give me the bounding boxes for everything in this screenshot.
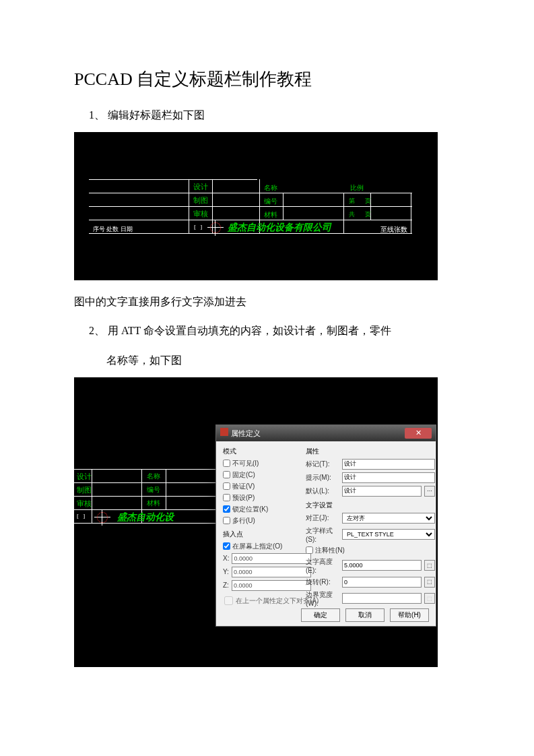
preset-checkbox[interactable] [223,494,230,501]
shenhe-label-2: 审核 [77,499,92,509]
mingcheng-label: 名称 [264,183,277,193]
tag-label: 标记(T): [306,460,339,469]
just-select[interactable]: 左对齐 [342,513,435,524]
rot-input[interactable] [342,577,422,588]
bili-label: 比例 [350,183,364,193]
y-label: Y: [223,568,229,575]
zhitu-label-2: 制图 [77,485,92,495]
ye2-label: 页 [365,210,371,219]
rot-label: 旋转(R): [306,577,339,587]
insert-group-label: 插入点 [223,530,300,539]
gong-label: 共 [349,210,355,219]
verify-label: 验证(V) [232,482,255,491]
align-prev-label: 在上一个属性定义下对齐(A) [236,596,319,606]
bwidth-pick-button: ⬚ [424,593,435,604]
prompt-input[interactable] [342,472,435,483]
annotative-checkbox[interactable] [306,546,313,554]
rot-pick-button[interactable]: ⬚ [424,577,435,588]
help-button[interactable]: 帮助(H) [390,608,429,622]
x-label: X: [223,555,229,562]
default-pick-button[interactable]: ⋯ [424,486,435,497]
mode-group-label: 模式 [223,447,300,456]
right-text: 至线张数 [380,225,407,234]
sheji-label-2: 设计 [77,472,92,482]
style-select[interactable]: PL_TEXT STYLE [342,529,435,540]
bracket-icon-2: [ ] [77,513,86,519]
onscreen-label: 在屏幕上指定(O) [232,542,282,551]
xuhao-labels: 序号 处数 日期 [93,225,133,234]
fixed-checkbox[interactable] [223,471,230,478]
origin-circle-icon-2 [97,512,108,523]
z-label: Z: [223,581,229,589]
company-name-1: 盛杰自动化设备有限公司 [228,222,331,234]
onscreen-checkbox[interactable] [223,542,230,550]
dialog-title-text: 属性定义 [231,429,261,437]
cancel-button[interactable]: 取消 [345,608,385,622]
cailiao-label: 材料 [264,210,277,220]
cad-screenshot-2: 设计 制图 审核 名称 编号 材料 盛杰自动化设 [ ] 属性定义 ✕ 模式 不… [74,377,438,667]
x-input[interactable] [232,553,311,564]
page-title: PCCAD 自定义标题栏制作教程 [74,67,460,91]
ye-label: 页 [365,197,371,206]
zhitu-label: 制图 [193,195,208,206]
attribute-definition-dialog: 属性定义 ✕ 模式 不可见(I) 固定(C) 验证(V) 预设(P) 锁定位置(… [215,424,436,627]
height-pick-button[interactable]: ⬚ [424,560,435,571]
attr-group-label: 属性 [306,447,435,456]
step-2-text-b: 名称等，如下图 [106,348,460,372]
bwidth-input[interactable] [342,593,422,604]
shenhe-label: 审核 [193,209,208,219]
cailiao-label-2: 材料 [147,499,160,508]
sheji-label: 设计 [193,182,208,192]
fixed-label: 固定(C) [232,470,255,480]
bianhao-label-2: 编号 [147,485,160,495]
height-input[interactable] [342,560,422,571]
default-input[interactable] [342,486,422,497]
preset-label: 预设(P) [232,493,255,503]
bianhao-label: 编号 [264,197,277,206]
app-icon [220,428,228,436]
ok-button[interactable]: 确定 [301,608,340,622]
tag-input[interactable] [342,459,435,470]
verify-checkbox[interactable] [223,482,230,490]
close-button[interactable]: ✕ [405,428,432,439]
y-input[interactable] [232,567,311,577]
caption-1: 图中的文字直接用多行文字添加进去 [74,290,460,313]
prompt-label: 提示(M): [306,473,339,482]
align-prev-checkbox [224,596,233,605]
invisible-checkbox[interactable] [223,460,230,467]
step-2-text-a: 2、 用 ATT 命令设置自动填充的内容，如设计者，制图者，零件 [89,319,460,342]
height-label: 文字高度(E): [306,557,339,574]
just-label: 对正(J): [306,513,339,523]
mtext-checkbox[interactable] [223,517,230,524]
invisible-label: 不可见(I) [232,459,259,468]
cad-screenshot-1: 设计 制图 审核 名称 编号 材料 比例 第 页 共 页 序号 处数 日期 盛杰… [74,132,438,280]
dialog-titlebar: 属性定义 ✕ [216,425,436,441]
company-name-2: 盛杰自动化设 [117,511,174,524]
step-1-text: 1、 编辑好标题栏如下图 [89,103,460,127]
style-label: 文字样式(S): [306,526,339,543]
origin-circle-icon [210,222,221,233]
text-group-label: 文字设置 [306,501,435,510]
di-label: 第 [349,197,355,206]
z-input[interactable] [232,580,311,591]
mtext-label: 多行(U) [232,516,255,526]
lock-label: 锁定位置(K) [232,505,268,514]
default-label: 默认(L): [306,486,339,496]
lock-checkbox[interactable] [223,505,230,513]
mingcheng-label-2: 名称 [147,472,160,481]
bracket-icon: [ ] [194,224,203,230]
annotative-label: 注释性(N) [315,546,345,555]
